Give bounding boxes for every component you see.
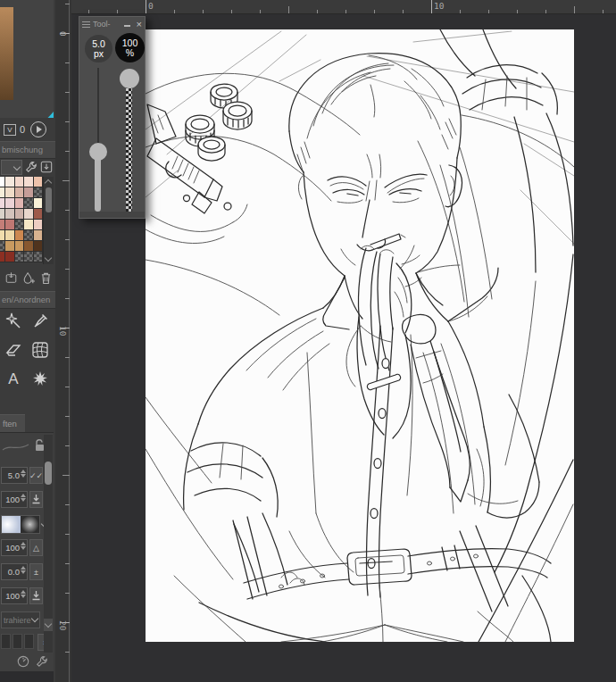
size-input[interactable]: 5.0 bbox=[1, 467, 28, 484]
play-circle-icon[interactable] bbox=[30, 121, 46, 137]
swatch[interactable] bbox=[34, 198, 44, 209]
swatch[interactable] bbox=[5, 241, 15, 252]
swatch-scrollbar[interactable] bbox=[43, 177, 54, 264]
plus-minus-icon[interactable]: ± bbox=[29, 563, 43, 580]
scroll-thumb[interactable] bbox=[46, 187, 52, 212]
swatch[interactable] bbox=[34, 209, 44, 220]
swatch[interactable] bbox=[34, 230, 44, 241]
triangle-icon[interactable]: △ bbox=[29, 539, 43, 556]
swatch[interactable] bbox=[15, 177, 25, 187]
brush-tip-preview[interactable] bbox=[1, 515, 40, 534]
swatch[interactable] bbox=[5, 177, 15, 187]
trash-icon[interactable] bbox=[40, 271, 52, 285]
swatch[interactable] bbox=[34, 187, 44, 198]
import-icon[interactable] bbox=[40, 161, 53, 173]
canvas-document[interactable] bbox=[146, 29, 574, 642]
brush-size-slider-fill[interactable] bbox=[95, 152, 101, 212]
floating-tool-panel[interactable]: Tool- × 5.0px 100% bbox=[79, 16, 146, 219]
close-icon[interactable]: × bbox=[137, 20, 142, 29]
spinner-icon[interactable] bbox=[21, 590, 26, 598]
opacity-slider-handle[interactable] bbox=[120, 69, 139, 88]
color-wheel[interactable] bbox=[0, 0, 54, 118]
wrench-icon[interactable] bbox=[36, 655, 48, 668]
swatch[interactable] bbox=[34, 241, 44, 252]
hardness-input[interactable]: 100 bbox=[1, 587, 28, 604]
swatch[interactable] bbox=[34, 220, 44, 230]
eraser-icon[interactable] bbox=[4, 342, 22, 358]
hamburger-icon[interactable] bbox=[82, 21, 90, 28]
tool-properties-panel: 5.0 ✓✓ 100 100 △ 0. bbox=[0, 432, 54, 672]
scroll-up-icon[interactable] bbox=[45, 179, 52, 187]
option-cell[interactable] bbox=[24, 634, 34, 649]
canvas-artwork[interactable] bbox=[146, 29, 574, 642]
double-check-icon[interactable]: ✓✓ bbox=[29, 467, 43, 484]
properties-scrollbar[interactable] bbox=[44, 435, 53, 653]
eyedropper-icon[interactable] bbox=[31, 312, 49, 330]
swatch[interactable] bbox=[24, 230, 34, 241]
spinner-icon[interactable] bbox=[21, 566, 26, 574]
opacity-slider-track[interactable] bbox=[126, 78, 132, 213]
spinner-icon[interactable] bbox=[21, 470, 26, 478]
swatch[interactable] bbox=[15, 241, 25, 252]
swatch[interactable] bbox=[5, 230, 15, 241]
swatch[interactable] bbox=[15, 198, 25, 209]
gauge-icon[interactable] bbox=[17, 655, 29, 668]
scroll-down-icon[interactable] bbox=[44, 619, 53, 631]
swatch[interactable] bbox=[24, 187, 34, 198]
swatch[interactable] bbox=[34, 177, 44, 187]
tab-eigenschaften[interactable]: ften bbox=[0, 414, 25, 432]
scroll-thumb[interactable] bbox=[45, 462, 52, 485]
tool-panel-titlebar[interactable]: Tool- × bbox=[79, 17, 145, 30]
density-input[interactable]: 100 bbox=[1, 539, 28, 556]
brush-size-slider-track[interactable] bbox=[97, 68, 99, 152]
minimize-icon[interactable] bbox=[124, 25, 130, 27]
color-wheel-panel[interactable] bbox=[0, 0, 54, 118]
wrench-icon[interactable] bbox=[25, 161, 37, 173]
sv-square[interactable] bbox=[0, 7, 13, 100]
swatch[interactable] bbox=[24, 198, 34, 209]
swatch[interactable] bbox=[15, 252, 25, 262]
swatch-panel bbox=[0, 177, 54, 264]
burst-icon[interactable] bbox=[31, 370, 49, 387]
mesh-transform-icon[interactable] bbox=[31, 341, 49, 359]
swatch[interactable] bbox=[15, 187, 25, 198]
swatch[interactable] bbox=[15, 209, 25, 220]
swatch[interactable] bbox=[5, 209, 15, 220]
figure-raised-arm bbox=[418, 29, 573, 572]
swatch[interactable] bbox=[24, 209, 34, 220]
swatch-set-dropdown[interactable] bbox=[1, 160, 22, 175]
opacity-input[interactable]: 100 bbox=[1, 491, 28, 508]
spinner-icon[interactable] bbox=[21, 494, 26, 502]
swatch[interactable] bbox=[15, 230, 25, 241]
blend-mode-dropdown[interactable]: trahiere bbox=[1, 611, 40, 628]
swatch[interactable] bbox=[5, 187, 15, 198]
swatch[interactable] bbox=[5, 252, 15, 262]
swatch[interactable] bbox=[24, 220, 34, 230]
tool-grid: A bbox=[0, 307, 54, 395]
option-cell[interactable] bbox=[1, 634, 11, 649]
tool-panel-footer bbox=[79, 212, 145, 218]
add-swatch-droplet-icon[interactable] bbox=[22, 271, 35, 285]
swatch[interactable] bbox=[15, 220, 25, 230]
stamp-down-icon[interactable] bbox=[29, 491, 43, 508]
chevron-down-icon bbox=[13, 162, 21, 170]
swatch[interactable] bbox=[5, 220, 15, 230]
swatch[interactable] bbox=[5, 198, 15, 209]
tab-ebenen-anordnen[interactable]: en/Anordnen bbox=[0, 291, 55, 309]
swatch[interactable] bbox=[34, 252, 44, 262]
swatch[interactable] bbox=[24, 177, 34, 187]
text-tool-icon[interactable]: A bbox=[4, 370, 22, 387]
spinner-icon[interactable] bbox=[21, 542, 26, 550]
magic-wand-icon[interactable] bbox=[4, 312, 22, 330]
tab-farbmischung[interactable]: bmischung bbox=[0, 141, 55, 159]
brush-size-slider-handle[interactable] bbox=[89, 143, 107, 161]
option-cell[interactable] bbox=[12, 634, 22, 649]
figure-hair bbox=[289, 54, 461, 172]
spacing-input[interactable]: 0.0 bbox=[1, 563, 28, 580]
v-mode-icon[interactable]: V bbox=[4, 124, 16, 136]
export-icon[interactable] bbox=[5, 271, 17, 284]
swatch[interactable] bbox=[24, 252, 34, 262]
scroll-down-icon[interactable] bbox=[45, 254, 52, 262]
swatch[interactable] bbox=[24, 241, 34, 252]
stamp-down-icon[interactable] bbox=[29, 587, 43, 604]
